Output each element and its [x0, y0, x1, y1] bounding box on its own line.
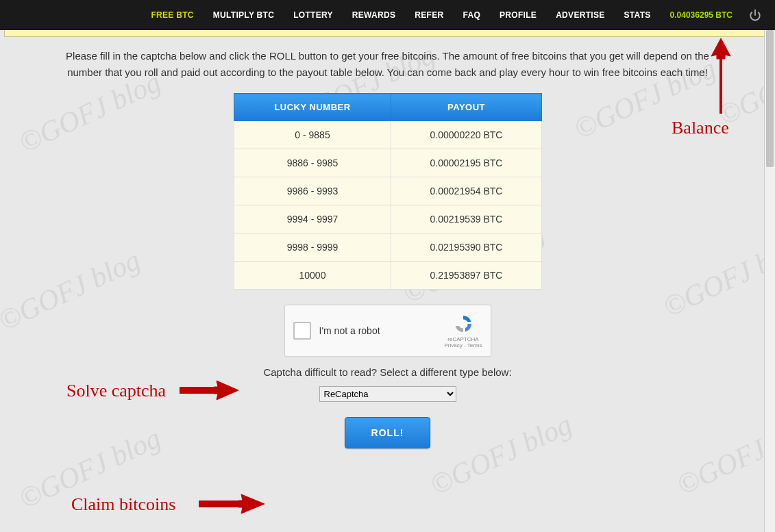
table-row: 9998 - 99990.02195390 BTC — [234, 233, 541, 262]
svg-marker-6 — [238, 494, 265, 514]
table-row: 9886 - 99850.00002195 BTC — [234, 149, 541, 177]
recaptcha-privacy-link[interactable]: Privacy — [445, 342, 463, 349]
captcha-type-select[interactable]: ReCaptcha — [319, 386, 456, 402]
annotation-arrow-claim — [199, 493, 265, 518]
recaptcha-icon — [452, 313, 474, 335]
captcha-hint-text: Captcha difficult to read? Select a diff… — [0, 366, 775, 378]
nav-lottery[interactable]: LOTTERY — [284, 0, 343, 30]
top-navbar: FREE BTC MULTIPLY BTC LOTTERY REWARDS RE… — [0, 0, 775, 30]
scrollbar-thumb[interactable] — [766, 30, 774, 167]
nav-rewards[interactable]: REWARDS — [343, 0, 405, 30]
table-row: 9994 - 99970.00219539 BTC — [234, 205, 541, 233]
nav-balance: 0.04036295 BTC — [661, 0, 742, 30]
cell-lucky-number: 9886 - 9985 — [234, 149, 391, 177]
th-payout: PAYOUT — [391, 94, 541, 121]
cell-payout: 0.21953897 BTC — [391, 262, 541, 290]
table-row: 9986 - 99930.00021954 BTC — [234, 177, 541, 205]
recaptcha-widget: I'm not a robot reCAPTCHA Privacy - Term… — [284, 305, 491, 357]
cell-lucky-number: 0 - 9885 — [234, 121, 391, 149]
recaptcha-checkbox[interactable] — [293, 322, 311, 340]
nav-profile[interactable]: PROFILE — [490, 0, 546, 30]
nav-multiply-btc[interactable]: MULTIPLY BTC — [204, 0, 284, 30]
recaptcha-terms-link[interactable]: Terms — [467, 342, 482, 349]
cell-lucky-number: 9998 - 9999 — [234, 233, 391, 262]
logout-button[interactable] — [742, 0, 768, 30]
svg-rect-5 — [199, 501, 244, 507]
table-row: 0 - 98850.00000220 BTC — [234, 121, 541, 149]
nav-stats[interactable]: STATS — [615, 0, 661, 30]
cell-payout: 0.00219539 BTC — [391, 205, 541, 233]
roll-button[interactable]: ROLL! — [345, 417, 431, 448]
th-lucky-number: LUCKY NUMBER — [234, 94, 391, 121]
cell-lucky-number: 10000 — [234, 262, 391, 290]
nav-advertise[interactable]: ADVERTISE — [546, 0, 614, 30]
nav-refer[interactable]: REFER — [405, 0, 453, 30]
cell-lucky-number: 9994 - 9997 — [234, 205, 391, 233]
cell-payout: 0.00021954 BTC — [391, 177, 541, 205]
intro-text: Please fill in the captcha below and cli… — [45, 41, 730, 93]
notice-bar — [4, 30, 771, 37]
cell-payout: 0.00002195 BTC — [391, 149, 541, 177]
table-row: 100000.21953897 BTC — [234, 262, 541, 290]
vertical-scrollbar[interactable] — [764, 30, 775, 532]
power-icon — [749, 9, 761, 21]
recaptcha-brand: reCAPTCHA Privacy - Terms — [445, 313, 482, 349]
nav-faq[interactable]: FAQ — [453, 0, 490, 30]
cell-payout: 0.02195390 BTC — [391, 233, 541, 262]
payout-table: LUCKY NUMBER PAYOUT 0 - 98850.00000220 B… — [234, 93, 542, 290]
recaptcha-label: I'm not a robot — [311, 325, 445, 336]
cell-payout: 0.00000220 BTC — [391, 121, 541, 149]
nav-free-btc[interactable]: FREE BTC — [141, 0, 203, 30]
recaptcha-brand-text: reCAPTCHA — [447, 336, 478, 342]
annotation-text-claim: Claim bitcoins — [71, 494, 175, 515]
cell-lucky-number: 9986 - 9993 — [234, 177, 391, 205]
